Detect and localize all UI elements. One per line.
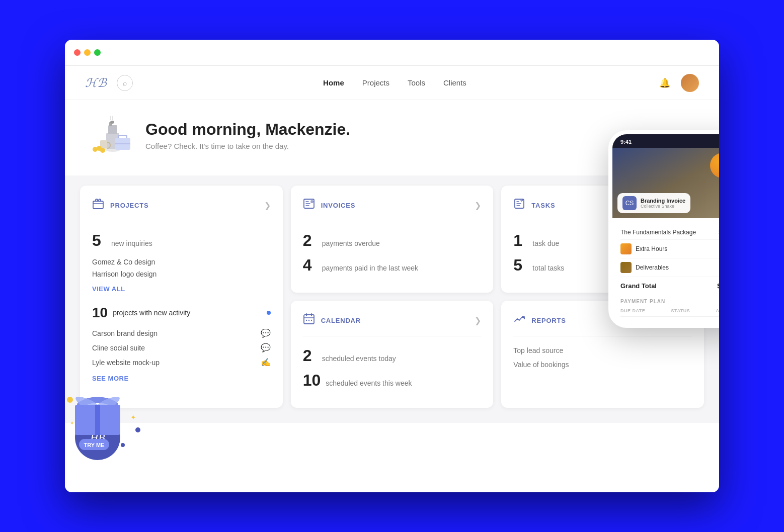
new-inquiries-count: 5 [92, 231, 106, 250]
nav-links: Home Projects Tools Clients [133, 78, 657, 87]
phone-line-item-3: Deliverables $200 [620, 258, 719, 277]
nav-right: 🔔 [657, 74, 699, 92]
invoice-title: Branding Invoice [641, 198, 685, 204]
phone-line-item-1: The Fundamentals Package $2,000 [620, 225, 719, 240]
today-label: scheduled events today [322, 354, 396, 363]
minimize-button[interactable] [84, 49, 91, 56]
payment-plan-header: DUE DATE STATUS AMOUNT [620, 308, 719, 317]
activity-item-2: Cline social suite 💬 [92, 340, 271, 355]
svg-rect-26 [95, 405, 100, 435]
activity-label: projects with new activity [113, 309, 190, 317]
reports-icon [513, 313, 525, 328]
overdue-count: 2 [303, 231, 317, 250]
activity-section-header: 10 projects with new activity [92, 305, 271, 321]
lead-source-stat: Top lead source [513, 346, 692, 354]
phone-status-bar: 9:41 📶 📶 [612, 134, 719, 148]
today-count: 2 [303, 346, 317, 365]
invoices-card: INVOICES ❯ 2 payments overdue 4 payments… [291, 186, 494, 293]
svg-point-21 [308, 320, 309, 321]
invoices-card-header: INVOICES ❯ [303, 198, 482, 221]
extra-hours-thumb [620, 243, 632, 254]
svg-point-22 [310, 320, 311, 321]
nav-tools[interactable]: Tools [408, 78, 425, 87]
invoices-icon [303, 198, 315, 213]
svg-point-14 [310, 200, 313, 203]
deliverables-thumb [620, 262, 632, 273]
due-label: task due [532, 239, 559, 247]
invoice-subtitle: Collective Shake [641, 204, 685, 209]
phone-line-item-2: Extra Hours $200 [620, 240, 719, 258]
svg-text:TRY ME: TRY ME [84, 442, 105, 448]
tasks-icon [513, 198, 525, 213]
activity-count: 10 [92, 305, 108, 321]
projects-arrow-icon[interactable]: ❯ [264, 201, 271, 210]
calendar-card-header: CALENDAR ❯ [303, 313, 482, 336]
project-item-1[interactable]: Gomez & Co design [92, 256, 271, 268]
booking-value-stat: Value of bookings [513, 361, 692, 369]
phone-mockup: 9:41 📶 📶 CS Branding Invoice Collective … [608, 130, 719, 328]
user-avatar[interactable] [681, 74, 699, 92]
message-icon-2: 💬 [261, 343, 271, 352]
svg-point-33 [121, 443, 125, 447]
paid-count: 4 [303, 256, 317, 275]
top-nav: ℋℬ ⌕ Home Projects Tools Clients 🔔 [65, 66, 719, 100]
calendar-card: CALENDAR ❯ 2 scheduled events today 10 s… [291, 301, 494, 408]
task-icon: ✍ [261, 358, 271, 367]
close-button[interactable] [74, 49, 81, 56]
bell-icon: 🔔 [659, 78, 670, 88]
week-label: scheduled events this week [326, 379, 412, 387]
svg-rect-2 [108, 125, 117, 134]
svg-rect-11 [93, 201, 103, 209]
phone-time: 9:41 [620, 139, 632, 145]
maximize-button[interactable] [94, 49, 101, 56]
today-events-stat: 2 scheduled events today [303, 346, 482, 365]
gift-box-decoration: HB TRY ME ✦ ✦ [65, 360, 150, 462]
new-inquiries-label: new inquiries [111, 239, 152, 247]
projects-title: PROJECTS [110, 202, 258, 209]
svg-point-4 [110, 121, 114, 124]
greeting-heading: Good morning, Mackenzie. [145, 120, 350, 139]
paid-stat: 4 payments paid in the last week [303, 256, 482, 275]
projects-icon [92, 198, 104, 213]
phone-invoice-content: The Fundamentals Package $2,000 Extra Ho… [612, 218, 719, 324]
svg-text:✦: ✦ [70, 420, 74, 426]
svg-text:✦: ✦ [130, 413, 136, 421]
traffic-lights [74, 49, 101, 56]
projects-card-header: PROJECTS ❯ [92, 198, 271, 221]
svg-point-31 [67, 397, 73, 403]
week-count: 10 [303, 371, 321, 390]
payment-plan-title: PAYMENT PLAN [620, 299, 719, 304]
nav-home[interactable]: Home [323, 78, 344, 87]
project-item-2[interactable]: Harrison logo design [92, 268, 271, 280]
booking-value-label: Value of bookings [513, 361, 569, 369]
invoice-badge: CS Branding Invoice Collective Shake [617, 193, 690, 213]
app-logo: ℋℬ [85, 76, 107, 90]
activity-item-1: Carson brand design 💬 [92, 326, 271, 340]
calendar-title: CALENDAR [321, 317, 469, 324]
overdue-stat: 2 payments overdue [303, 231, 482, 250]
overdue-label: payments overdue [322, 239, 380, 247]
activity-indicator [267, 311, 271, 315]
view-all-link[interactable]: VIEW ALL [92, 285, 125, 293]
hero-text: Good morning, Mackenzie. Coffee? Check. … [145, 120, 350, 150]
morning-illustration [85, 115, 135, 155]
phone-hero-image: CS Branding Invoice Collective Shake [612, 148, 719, 218]
svg-point-20 [305, 320, 306, 321]
message-icon-1: 💬 [261, 328, 271, 338]
mac-window: ℋℬ ⌕ Home Projects Tools Clients 🔔 [65, 40, 719, 492]
calendar-arrow-icon[interactable]: ❯ [475, 316, 481, 325]
svg-rect-16 [304, 315, 314, 324]
search-button[interactable]: ⌕ [117, 75, 133, 91]
new-inquiries-stat: 5 new inquiries [92, 231, 271, 250]
notifications-button[interactable]: 🔔 [657, 75, 673, 91]
nav-projects[interactable]: Projects [362, 78, 389, 87]
payment-plan-section: PAYMENT PLAN DUE DATE STATUS AMOUNT [620, 299, 719, 317]
due-count: 1 [513, 231, 527, 250]
nav-clients[interactable]: Clients [443, 78, 466, 87]
calendar-icon [303, 313, 315, 328]
invoices-arrow-icon[interactable]: ❯ [475, 201, 481, 210]
col-due-date: DUE DATE [620, 308, 645, 313]
grand-total-row: Grand Total $2,400 [620, 277, 719, 295]
week-events-stat: 10 scheduled events this week [303, 371, 482, 390]
title-bar [65, 40, 719, 66]
